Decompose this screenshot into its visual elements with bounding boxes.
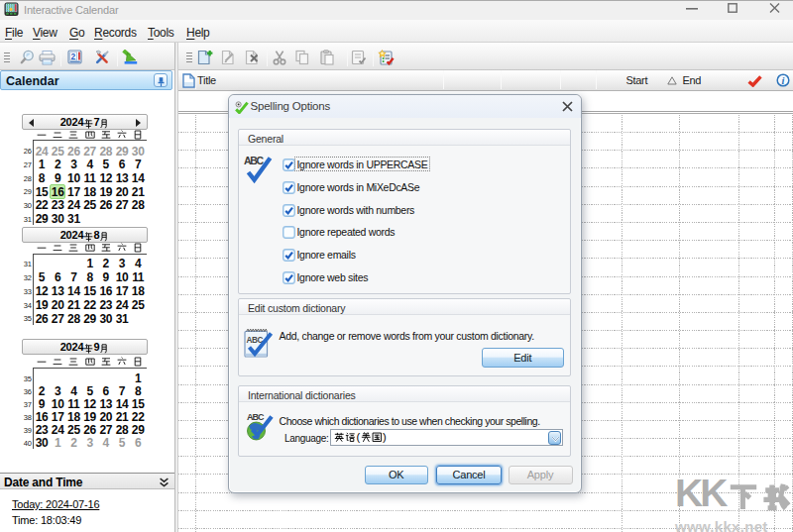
svg-text:ABC: ABC [244,155,264,166]
svg-text:ABC: ABC [247,412,265,422]
svg-text:ABC: ABC [246,336,263,345]
svg-text:2: 2 [71,52,76,61]
